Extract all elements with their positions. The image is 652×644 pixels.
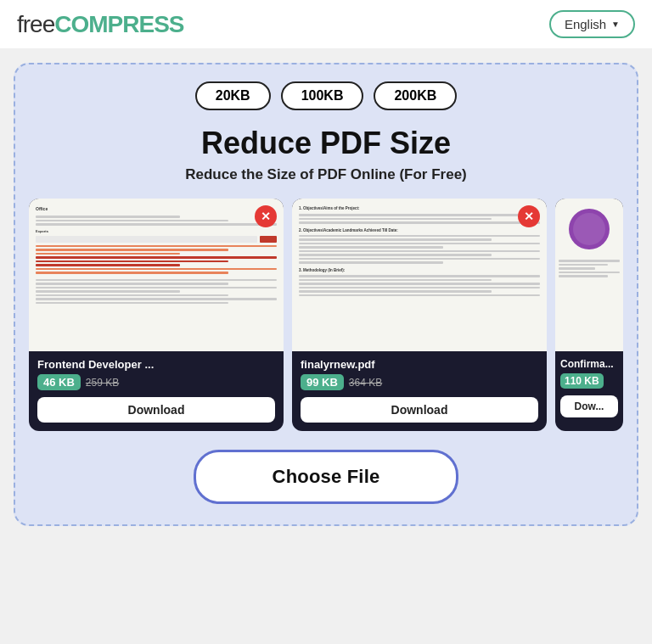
file-size-old-2: 364 KB (349, 377, 382, 389)
files-row: ✕ Office Exports (29, 199, 623, 431)
file-info-3: Confirma... 110 KB Dow... (555, 351, 623, 426)
file-name-1: Frontend Developer ... (37, 358, 275, 371)
file-size-row-1: 46 KB 259 KB (37, 374, 275, 390)
download-button-3[interactable]: Dow... (560, 395, 618, 417)
file-preview-1: ✕ Office Exports (29, 199, 284, 351)
file-card-1: ✕ Office Exports (29, 199, 284, 431)
file-size-new-3: 110 KB (560, 373, 604, 389)
logo-compress: COMPRESS (54, 11, 183, 37)
badge-inner-3 (573, 213, 605, 245)
download-button-1[interactable]: Download (37, 397, 275, 423)
size-button-100kb[interactable]: 100KB (281, 81, 364, 110)
header: freeCOMPRESS English ▼ (0, 0, 652, 49)
tool-card: 20KB 100KB 200KB Reduce PDF Size Reduce … (14, 63, 638, 526)
file-info-2: finalyrnew.pdf 99 KB 364 KB Download (292, 351, 547, 431)
size-button-200kb[interactable]: 200KB (374, 81, 457, 110)
close-button-2[interactable]: ✕ (518, 205, 540, 227)
file-size-old-1: 259 KB (86, 377, 119, 389)
file-preview-2: ✕ 1. Objectives/Aims of the Project: 2. … (292, 199, 547, 351)
file-size-new-2: 99 KB (301, 374, 344, 390)
page-title: Reduce PDF Size (201, 126, 451, 161)
chevron-down-icon: ▼ (611, 20, 620, 29)
logo-free: free (17, 11, 54, 37)
file-name-2: finalyrnew.pdf (301, 358, 538, 371)
file-name-3: Confirma... (560, 358, 618, 370)
logo: freeCOMPRESS (17, 11, 184, 38)
file-info-1: Frontend Developer ... 46 KB 259 KB Down… (29, 351, 284, 431)
pdf-preview-2: 1. Objectives/Aims of the Project: 2. Ob… (292, 199, 547, 351)
close-button-1[interactable]: ✕ (255, 205, 277, 227)
file-size-new-1: 46 KB (37, 374, 81, 390)
language-selector[interactable]: English ▼ (549, 10, 635, 38)
pdf-preview-1: Office Exports (29, 199, 284, 351)
size-buttons-row: 20KB 100KB 200KB (195, 81, 458, 110)
file-card-3: Confirma... 110 KB Dow... (555, 199, 623, 431)
file-card-2: ✕ 1. Objectives/Aims of the Project: 2. … (292, 199, 547, 431)
choose-file-button[interactable]: Choose File (194, 450, 459, 504)
main-content: 20KB 100KB 200KB Reduce PDF Size Reduce … (0, 49, 652, 540)
language-label: English (565, 17, 606, 31)
page-subtitle: Reduce the Size of PDF Online (For Free) (185, 166, 467, 183)
size-button-20kb[interactable]: 20KB (195, 81, 271, 110)
file-preview-3 (555, 199, 623, 351)
file-badge-3 (569, 209, 610, 249)
file-size-row-3: 110 KB (560, 373, 618, 389)
download-button-2[interactable]: Download (301, 397, 538, 423)
file-size-row-2: 99 KB 364 KB (301, 374, 538, 390)
